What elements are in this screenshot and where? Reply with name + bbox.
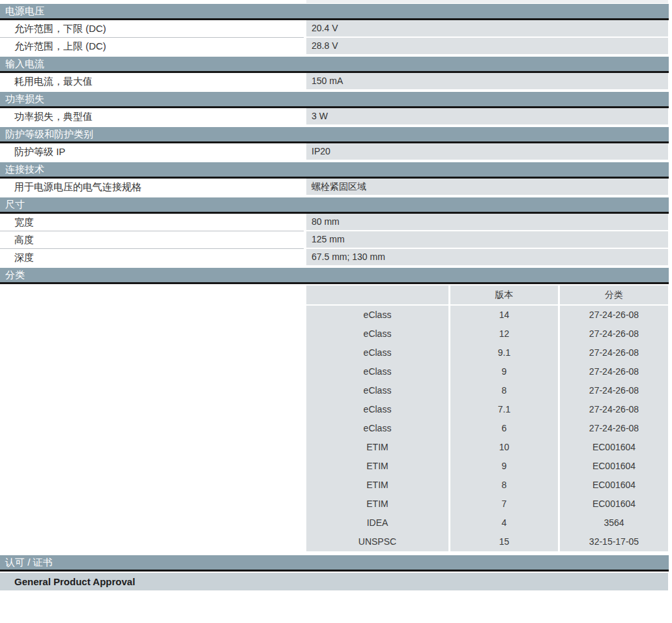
cell-system: ETIM — [306, 438, 448, 457]
spec-row: 用于电源电压的电气连接规格 螺栓紧固区域 — [0, 179, 672, 196]
cell-code: 27-24-26-08 — [560, 306, 668, 325]
spec-value: 28.8 V — [306, 38, 668, 55]
col-header-classification: 分类 — [560, 285, 668, 304]
cell-code: 27-24-26-08 — [560, 325, 668, 343]
cell-code: EC001604 — [560, 495, 668, 514]
classification-row: ETIM 8 EC001604 — [306, 476, 668, 495]
cell-code: EC001604 — [560, 438, 668, 457]
section-dimensions: 尺寸 宽度 80 mm 高度 125 mm 深度 67.5 mm; 130 mm — [0, 197, 672, 267]
section-header: 认可 / 证书 — [0, 555, 669, 572]
cell-version: 12 — [450, 325, 558, 343]
spec-label: 深度 — [0, 249, 304, 267]
section-header: 分类 — [0, 268, 669, 284]
section-input-current: 输入电流 耗用电流，最大值 150 mA — [0, 57, 672, 91]
section-header: 功率损失 — [0, 92, 669, 108]
cell-system: ETIM — [306, 495, 448, 514]
classification-row: eClass 9 27-24-26-08 — [306, 362, 668, 381]
section-header: 连接技术 — [0, 162, 669, 179]
section-header: 防护等级和防护类别 — [0, 127, 669, 143]
cell-system: IDEA — [306, 514, 448, 532]
section-power-loss: 功率损失 功率损失，典型值 3 W — [0, 92, 672, 126]
spec-row: 允许范围，下限 (DC) 20.4 V — [0, 20, 672, 38]
section-approvals: 认可 / 证书 General Product Approval — [0, 555, 672, 590]
spec-value: 125 mm — [306, 231, 668, 249]
col-header-system — [306, 285, 448, 304]
cell-code: 3564 — [560, 514, 668, 532]
cell-version: 9 — [450, 457, 558, 476]
cell-system: ETIM — [306, 457, 448, 476]
cell-version: 15 — [450, 532, 558, 551]
classification-row: eClass 9.1 27-24-26-08 — [306, 343, 668, 362]
spec-value: 20.4 V — [306, 20, 668, 38]
cell-version: 6 — [450, 419, 558, 438]
cell-code: 32-15-17-05 — [560, 532, 668, 551]
spec-label: 耗用电流，最大值 — [0, 73, 304, 91]
section-classification: 分类 版本 分类 eClass 14 27-24-26-08 eClass 12… — [0, 268, 672, 551]
cell-version: 14 — [450, 306, 558, 325]
classification-row: ETIM 10 EC001604 — [306, 438, 668, 457]
cell-version: 8 — [450, 476, 558, 495]
cell-system: eClass — [306, 381, 448, 400]
spec-row: 防护等级 IP IP20 — [0, 143, 672, 161]
value-column-fragment — [306, 0, 668, 3]
spec-label: 用于电源电压的电气连接规格 — [0, 179, 304, 196]
spec-row: 深度 67.5 mm; 130 mm — [0, 249, 672, 267]
spec-value: 67.5 mm; 130 mm — [306, 249, 668, 267]
cell-version: 9 — [450, 362, 558, 381]
spec-value: 螺栓紧固区域 — [306, 179, 668, 196]
classification-row: eClass 12 27-24-26-08 — [306, 325, 668, 343]
spec-value: 150 mA — [306, 73, 668, 91]
spec-value: 3 W — [306, 108, 668, 126]
approval-label: General Product Approval — [14, 576, 135, 587]
classification-table-header: 版本 分类 — [306, 285, 668, 304]
approval-row: General Product Approval — [0, 573, 668, 590]
cell-code: 27-24-26-08 — [560, 343, 668, 362]
classification-row: eClass 6 27-24-26-08 — [306, 419, 668, 438]
spec-row: 宽度 80 mm — [0, 214, 672, 231]
spec-label: 高度 — [0, 231, 304, 249]
section-connection-system: 连接技术 用于电源电压的电气连接规格 螺栓紧固区域 — [0, 162, 672, 196]
cell-system: eClass — [306, 306, 448, 325]
classification-table: 版本 分类 eClass 14 27-24-26-08 eClass 12 27… — [306, 285, 668, 551]
spec-label: 允许范围，上限 (DC) — [0, 38, 304, 55]
classification-row: IDEA 4 3564 — [306, 514, 668, 532]
classification-row: eClass 14 27-24-26-08 — [306, 306, 668, 325]
cell-code: EC001604 — [560, 457, 668, 476]
classification-row: ETIM 7 EC001604 — [306, 495, 668, 514]
spec-label: 宽度 — [0, 214, 304, 231]
page-top-margin — [0, 0, 672, 4]
cell-system: eClass — [306, 400, 448, 419]
section-supply-voltage: 电源电压 允许范围，下限 (DC) 20.4 V 允许范围，上限 (DC) 28… — [0, 4, 672, 55]
cell-system: ETIM — [306, 476, 448, 495]
classification-row: eClass 8 27-24-26-08 — [306, 381, 668, 400]
cell-system: eClass — [306, 362, 448, 381]
spec-label: 允许范围，下限 (DC) — [0, 20, 304, 38]
spec-row: 高度 125 mm — [0, 231, 672, 249]
spec-label: 防护等级 IP — [0, 143, 304, 161]
spec-row: 耗用电流，最大值 150 mA — [0, 73, 672, 91]
classification-row: eClass 7.1 27-24-26-08 — [306, 400, 668, 419]
section-header: 电源电压 — [0, 4, 669, 20]
cell-code: 27-24-26-08 — [560, 362, 668, 381]
section-degree-of-protection: 防护等级和防护类别 防护等级 IP IP20 — [0, 127, 672, 161]
section-header: 输入电流 — [0, 57, 669, 73]
cell-code: 27-24-26-08 — [560, 381, 668, 400]
spec-row: 功率损失，典型值 3 W — [0, 108, 672, 126]
cell-code: 27-24-26-08 — [560, 400, 668, 419]
spec-value: IP20 — [306, 143, 668, 161]
spec-label: 功率损失，典型值 — [0, 108, 304, 126]
cell-version: 7.1 — [450, 400, 558, 419]
section-header: 尺寸 — [0, 197, 669, 214]
cell-version: 8 — [450, 381, 558, 400]
cell-version: 9.1 — [450, 343, 558, 362]
spec-row: 允许范围，上限 (DC) 28.8 V — [0, 38, 672, 55]
cell-system: eClass — [306, 419, 448, 438]
cell-version: 7 — [450, 495, 558, 514]
col-header-version: 版本 — [450, 285, 558, 304]
cell-code: EC001604 — [560, 476, 668, 495]
cell-code: 27-24-26-08 — [560, 419, 668, 438]
spec-value: 80 mm — [306, 214, 668, 231]
cell-version: 10 — [450, 438, 558, 457]
cell-system: eClass — [306, 343, 448, 362]
cell-system: UNSPSC — [306, 532, 448, 551]
